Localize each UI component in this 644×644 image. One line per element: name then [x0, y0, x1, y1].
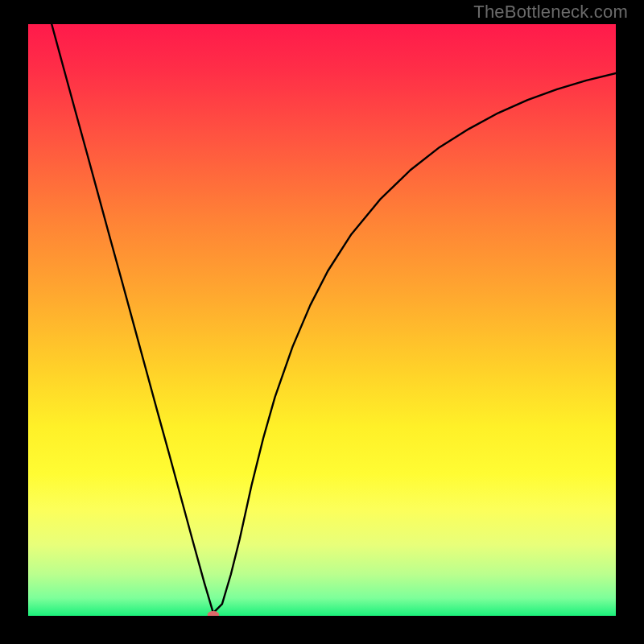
chart-container: { "attribution": "TheBottleneck.com", "c… — [0, 0, 644, 644]
attribution-text: TheBottleneck.com — [473, 2, 628, 23]
plot-area — [28, 24, 616, 616]
minimum-marker — [208, 611, 220, 616]
bottleneck-curve — [52, 24, 616, 613]
chart-svg — [28, 24, 616, 616]
